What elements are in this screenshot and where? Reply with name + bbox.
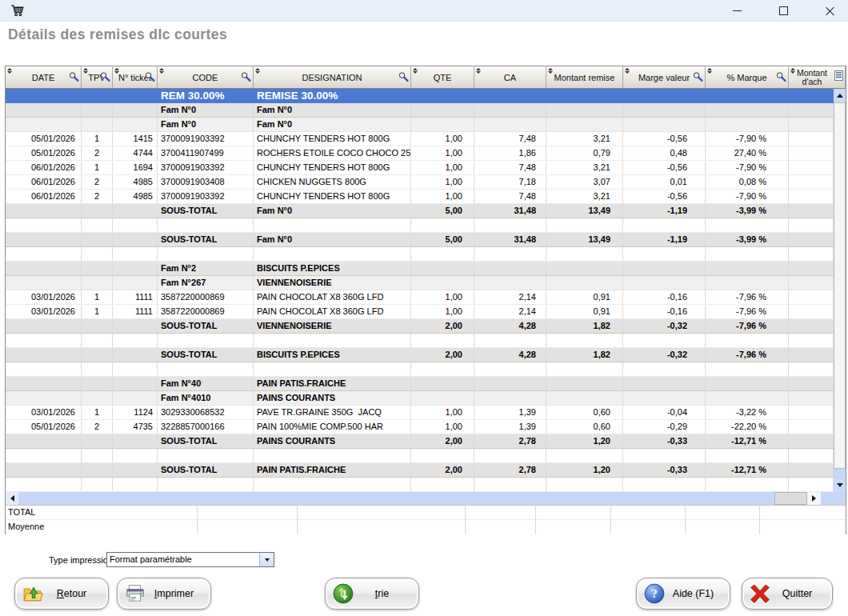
- column-header-designation[interactable]: DESIGNATION: [254, 66, 411, 89]
- table-row-subtotal[interactable]: SOUS-TOTALFam N°05,0031,4813,49-1,19-3,9…: [6, 233, 834, 247]
- cell-marque: [706, 262, 789, 275]
- table-row-data[interactable]: 03/01/2026111243029330068532PAVE TR.GRAI…: [6, 406, 834, 420]
- scroll-right-button[interactable]: [807, 492, 821, 505]
- cell-code: [158, 478, 254, 491]
- filter-magnifier-icon[interactable]: [145, 72, 155, 84]
- trie-button[interactable]: trie: [325, 578, 419, 610]
- cell-ticket: 4985: [113, 175, 158, 189]
- cell-ca: 1,86: [474, 146, 546, 160]
- quitter-button[interactable]: Quitter: [742, 578, 833, 610]
- cell-montant: [789, 190, 834, 203]
- table-row-data[interactable]: 03/01/2026111113587220000869PAIN CHOCOLA…: [6, 305, 834, 319]
- maximize-button[interactable]: [765, 0, 802, 21]
- column-header-ticket[interactable]: N° ticket: [113, 66, 158, 89]
- scroll-left-button[interactable]: [6, 492, 18, 505]
- cell-designation: [254, 478, 411, 491]
- table-row-fam-a[interactable]: Fam N°40PAIN PATIS.FRAICHE: [6, 377, 834, 391]
- table-row-data[interactable]: 03/01/2026111113587220000869PAIN CHOCOLA…: [6, 290, 834, 305]
- cell-code: 3587220000869: [158, 305, 254, 318]
- cell-marque: -7,96 %: [706, 348, 789, 362]
- retour-button[interactable]: Retour: [14, 578, 109, 610]
- shopping-cart-icon: [10, 3, 25, 18]
- table-row-empty[interactable]: [6, 218, 834, 233]
- filter-magnifier-icon[interactable]: [776, 72, 786, 84]
- filter-magnifier-icon[interactable]: [398, 72, 409, 84]
- cell-marque: -7,96 %: [706, 319, 789, 333]
- table-row-fam-a[interactable]: Fam N°0Fam N°0: [6, 103, 834, 118]
- report-icon[interactable]: [834, 70, 843, 82]
- column-header-montant[interactable]: Montant d'ach: [789, 66, 846, 89]
- cell-remise: 3,07: [546, 175, 623, 189]
- cell-ca: [474, 362, 546, 376]
- table-row-empty[interactable]: [6, 362, 834, 377]
- column-header-tpv[interactable]: TPV: [82, 66, 113, 89]
- column-header-date[interactable]: DATE: [6, 66, 82, 89]
- table-row-subtotal[interactable]: SOUS-TOTALBISCUITS P.EPICES2,004,281,82-…: [6, 348, 834, 362]
- scroll-down-button[interactable]: [834, 478, 846, 492]
- horizontal-scrollbar[interactable]: [6, 492, 846, 505]
- column-header-marge[interactable]: Marge valeur: [623, 66, 706, 89]
- table-row-fam-b[interactable]: Fam N°0Fam N°0: [6, 118, 834, 132]
- table-row-data[interactable]: 05/01/2026114153700091903392CHUNCHY TEND…: [6, 132, 834, 146]
- cell-ticket: [113, 89, 158, 102]
- cell-marge: [623, 262, 706, 275]
- table-row-data[interactable]: 06/01/2026249853700091903408CHICKEN NUGG…: [6, 175, 834, 190]
- type-impression-select[interactable]: Format paramétrable: [106, 552, 274, 567]
- column-header-code[interactable]: CODE: [158, 66, 254, 89]
- cell-qte: [411, 276, 474, 290]
- filter-magnifier-icon[interactable]: [100, 72, 110, 84]
- imprimer-button[interactable]: Imprimer: [117, 578, 211, 610]
- table-row-fam-b[interactable]: Fam N°4010PAINS COURANTS: [6, 391, 834, 406]
- cell-marge: -0,04: [623, 406, 706, 419]
- table-row-subtotal[interactable]: SOUS-TOTALPAIN PATIS.FRAICHE2,002,781,20…: [6, 463, 834, 478]
- filter-magnifier-icon[interactable]: [69, 72, 79, 84]
- column-header-remise[interactable]: Montant remise: [546, 66, 623, 89]
- titlebar: [0, 0, 848, 22]
- aide-button[interactable]: ? Aide (F1): [636, 578, 730, 610]
- cell-remise: [546, 89, 623, 102]
- horizontal-scrollbar-thumb[interactable]: [774, 492, 807, 505]
- table-row-fam-b[interactable]: Fam N°267VIENNENOISERIE: [6, 276, 834, 290]
- table-row-subtotal[interactable]: SOUS-TOTALPAINS COURANTS2,002,781,20-0,3…: [6, 434, 834, 449]
- table-row-subtotal[interactable]: SOUS-TOTALVIENNENOISERIE2,004,281,82-0,3…: [6, 319, 834, 334]
- table-row-empty[interactable]: [6, 449, 834, 463]
- table-row-data[interactable]: 05/01/2026247443700411907499ROCHERS ETOI…: [6, 146, 834, 161]
- column-header-ca[interactable]: CA: [474, 66, 546, 89]
- table-row-data[interactable]: 05/01/2026247353228857000166PAIN 100%MIE…: [6, 420, 834, 434]
- filter-magnifier-icon[interactable]: [693, 72, 703, 84]
- cell-designation: REMISE 30.00%: [254, 89, 411, 102]
- table-row-empty[interactable]: [6, 478, 834, 492]
- cell-tpv: 1: [82, 305, 113, 318]
- cell-date: [6, 118, 82, 131]
- cell-tpv: [82, 247, 113, 261]
- cell-ca: 2,14: [474, 290, 546, 304]
- cell-montant: [789, 146, 834, 160]
- cell-remise: [546, 103, 623, 117]
- cell-marge: -0,56: [623, 132, 706, 146]
- table-row-fam-a[interactable]: Fam N°2BISCUITS P.EPICES: [6, 262, 834, 276]
- combo-dropdown-button[interactable]: [259, 553, 274, 566]
- table-row-subtotal[interactable]: SOUS-TOTALFam N°05,0031,4813,49-1,19-3,9…: [6, 204, 834, 218]
- cell-tpv: 1: [82, 132, 113, 146]
- table-row-empty[interactable]: [6, 247, 834, 262]
- cell-remise: 0,91: [546, 305, 623, 318]
- cell-date: [6, 218, 82, 232]
- column-header-qte[interactable]: QTE: [411, 66, 474, 89]
- minimize-button[interactable]: [718, 0, 755, 21]
- cell-ca: 31,48: [474, 204, 546, 218]
- close-button[interactable]: [811, 0, 848, 21]
- filter-magnifier-icon[interactable]: [241, 72, 251, 84]
- cell-qte: 5,00: [411, 204, 474, 218]
- scroll-up-button[interactable]: [834, 89, 846, 102]
- table-row-empty[interactable]: [6, 334, 834, 348]
- footer-column-divider: [759, 506, 760, 534]
- vertical-scrollbar-thumb[interactable]: [834, 102, 846, 469]
- vertical-scrollbar[interactable]: [834, 89, 846, 492]
- cell-date: [6, 434, 82, 448]
- column-header-marque[interactable]: % Marque: [706, 66, 789, 89]
- sort-arrows-icon: [475, 68, 481, 74]
- table-row-data[interactable]: 06/01/2026116943700091903392CHUNCHY TEND…: [6, 161, 834, 175]
- cell-remise: [546, 334, 623, 347]
- table-row-discount[interactable]: REM 30.00%REMISE 30.00%: [6, 89, 834, 103]
- table-row-data[interactable]: 06/01/2026249853700091903392CHUNCHY TEND…: [6, 190, 834, 204]
